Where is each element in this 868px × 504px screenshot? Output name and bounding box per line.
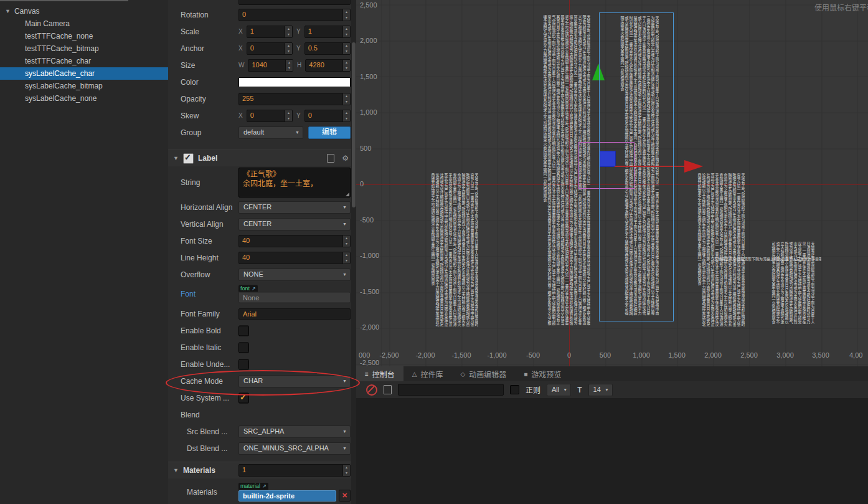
node-label: testTTFCache_char (25, 57, 91, 65)
materials-section-header[interactable]: ▼ Materials 1 (168, 462, 356, 478)
blend-row: Blend (168, 406, 356, 423)
external-link-icon[interactable]: ↗ (252, 285, 256, 292)
scale-label: Scale (181, 27, 199, 36)
tab-widget-library[interactable]: △ 控件库 (403, 366, 452, 381)
hierarchy-node-main-camera[interactable]: Main Camera (0, 17, 168, 30)
overflow-label: Overflow (181, 270, 210, 279)
spinner[interactable] (342, 93, 350, 105)
color-swatch[interactable] (238, 77, 351, 87)
hierarchy-node-testttfcache-bitmap[interactable]: testTTFCache_bitmap (0, 42, 168, 55)
console-search-input[interactable] (398, 384, 504, 396)
remove-material-button[interactable]: ✕ (339, 490, 351, 502)
collapse-arrow-icon[interactable]: ▼ (173, 155, 179, 161)
y-tick: 1,000 (360, 108, 377, 116)
src-blend-select[interactable]: SRC_ALPHA (238, 426, 351, 438)
anchor-x-input[interactable]: 0 (247, 42, 293, 55)
spinner[interactable] (342, 43, 350, 54)
console-font-size-value: 14 (593, 386, 601, 393)
spinner[interactable] (285, 43, 292, 54)
clear-console-icon[interactable] (366, 384, 377, 396)
rotation-input[interactable]: 0 (238, 9, 351, 21)
tab-label: 控制台 (372, 369, 395, 379)
w-axis-label: W (238, 62, 244, 69)
edit-group-button[interactable]: 编辑 (308, 126, 351, 139)
y-tick: -1,000 (360, 252, 379, 259)
size-w-input[interactable]: 1040 (248, 59, 293, 72)
group-select[interactable]: default (238, 126, 303, 139)
enable-bold-checkbox[interactable] (238, 325, 249, 336)
hierarchy-node-testttfcache-none[interactable]: testTTFCache_none (0, 30, 168, 42)
tab-console[interactable]: ≡ 控制台 (356, 366, 403, 381)
anchor-y-input[interactable]: 0.5 (304, 42, 351, 55)
hierarchy-node-testttfcache-char[interactable]: testTTFCache_char (0, 55, 168, 67)
spinner[interactable] (342, 252, 350, 264)
spinner[interactable] (285, 26, 292, 37)
inspector-scrollbar[interactable] (351, 0, 356, 504)
scale-y-input[interactable]: 1 (304, 26, 351, 38)
string-textarea[interactable]: 《正气歌》 余囚北庭，坐一土室， (238, 168, 351, 197)
scrollbar-thumb[interactable] (352, 42, 356, 207)
x-tick: -1,500 (451, 351, 471, 359)
x-tick: 3,500 (812, 351, 829, 359)
spinner[interactable] (285, 110, 292, 121)
enable-italic-checkbox[interactable] (238, 342, 249, 353)
use-system-font-checkbox[interactable] (238, 392, 249, 403)
material-asset-field[interactable]: builtin-2d-sprite (238, 490, 336, 502)
spinner[interactable] (342, 26, 350, 37)
horizontal-align-select[interactable]: CENTER (238, 201, 351, 214)
font-size-input[interactable]: 40 (238, 235, 351, 247)
x-axis-label: X (238, 28, 243, 35)
enable-underline-checkbox[interactable] (238, 359, 249, 369)
spinner[interactable] (342, 9, 350, 21)
collapse-arrow-icon[interactable]: ▼ (5, 8, 11, 14)
regex-checkbox[interactable] (510, 385, 519, 394)
dst-blend-select[interactable]: ONE_MINUS_SRC_ALPHA (238, 442, 351, 455)
hierarchy-node-syslabelcache-bitmap[interactable]: sysLabelCache_bitmap (0, 80, 168, 92)
material-asset-value: builtin-2d-sprite (243, 492, 295, 500)
log-filter-select[interactable]: All (547, 384, 571, 396)
spinner[interactable] (285, 60, 293, 71)
vertical-align-select[interactable]: CENTER (238, 218, 351, 231)
scene-view[interactable]: 天地有正气杂然赋流形下则为河岳上则为日星于人曰浩然沛乎塞苍冥皇路当清夷含和吐明庭… (356, 0, 868, 367)
overflow-select[interactable]: NONE (238, 269, 351, 281)
anchor-y-value: 0.5 (305, 43, 342, 54)
materials-count-input[interactable]: 1 (238, 464, 351, 477)
tab-animation-editor[interactable]: ◇ 动画编辑器 (452, 366, 516, 381)
hierarchy-node-canvas[interactable]: ▼ Canvas (0, 5, 168, 17)
move-gizmo-x-arrow-icon[interactable] (684, 160, 703, 173)
cache-mode-select[interactable]: CHAR (238, 375, 351, 388)
resize-grip-icon[interactable] (346, 193, 349, 196)
scale-x-input[interactable]: 1 (247, 26, 293, 38)
skew-y-input[interactable]: 0 (304, 110, 351, 122)
label-component-header[interactable]: ▼ Label ⚙ (168, 150, 356, 166)
asset-type-label: font (240, 285, 250, 292)
spinner[interactable] (342, 465, 350, 476)
console-font-size-select[interactable]: 14 (588, 384, 613, 396)
skew-x-input[interactable]: 0 (247, 110, 293, 122)
hierarchy-node-syslabelcache-none[interactable]: sysLabelCache_none (0, 92, 168, 105)
hierarchy-node-syslabelcache-char[interactable]: sysLabelCache_char (0, 67, 168, 80)
font-family-input[interactable]: Arial (238, 308, 351, 320)
spinner[interactable] (342, 110, 350, 121)
log-filter-value: All (552, 386, 559, 393)
y-axis-label: Y (296, 112, 301, 119)
size-h-input[interactable]: 4280 (305, 59, 351, 72)
label-enabled-checkbox[interactable] (183, 153, 194, 164)
opacity-input[interactable]: 255 (238, 93, 351, 105)
collapse-log-icon[interactable] (384, 385, 392, 394)
font-size-icon: T (577, 386, 582, 394)
line-height-input[interactable]: 40 (238, 252, 351, 264)
gear-icon[interactable]: ⚙ (342, 155, 349, 162)
collapse-arrow-icon[interactable]: ▼ (173, 467, 179, 473)
x-tick: 4,00 (849, 351, 862, 359)
external-link-icon[interactable]: ↗ (262, 483, 267, 490)
font-asset-field[interactable]: None (238, 292, 351, 303)
tab-game-preview[interactable]: ■ 游戏预览 (515, 366, 570, 381)
horizontal-align-label: Horizontal Align (181, 203, 232, 212)
tab-label: 控件库 (421, 369, 443, 379)
hierarchy-scrollbar[interactable] (0, 0, 128, 1)
help-doc-icon[interactable] (327, 154, 334, 163)
spinner[interactable] (342, 235, 350, 247)
vertical-align-row: Vertical Align CENTER (168, 216, 356, 232)
spinner[interactable] (342, 60, 350, 71)
